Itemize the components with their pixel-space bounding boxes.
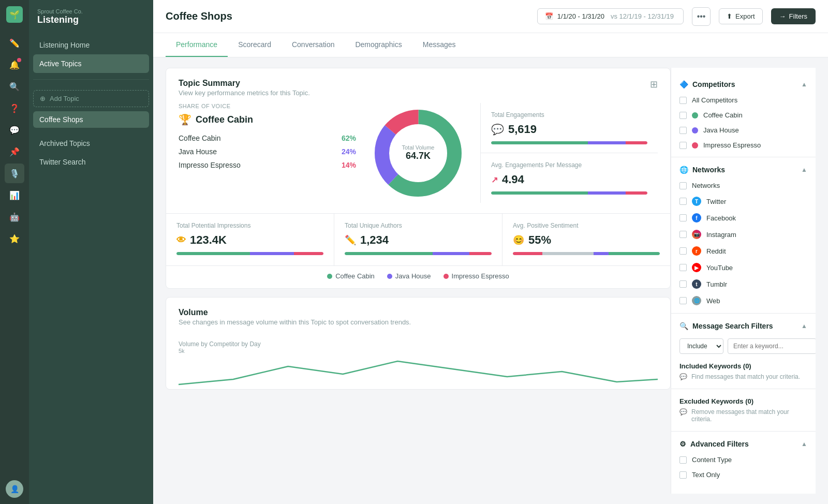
grid-icon[interactable]: ⊞: [650, 79, 658, 90]
sidebar-item-listening-home[interactable]: Listening Home: [33, 36, 149, 54]
network-instagram[interactable]: 📷 Instagram: [671, 226, 816, 243]
nav-icon-notifications[interactable]: 🔔: [5, 55, 24, 75]
sidebar-item-label: Active Topics: [39, 60, 81, 68]
network-checkbox[interactable]: [679, 247, 687, 255]
tab-demographics[interactable]: Demographics: [345, 33, 412, 57]
add-topic-label: Add Topic: [50, 95, 79, 102]
filter-include-select[interactable]: Include Exclude: [679, 338, 723, 354]
progress-fill: [176, 252, 323, 255]
text-only-item[interactable]: Text Only: [671, 467, 816, 482]
advanced-filters-label: Advanced Filters: [690, 440, 749, 448]
competitor-checkbox[interactable]: [679, 127, 687, 134]
export-button[interactable]: ⬆ Export: [719, 8, 763, 24]
content-type-item[interactable]: Content Type: [671, 452, 816, 467]
competitors-title-label: Competitors: [692, 80, 735, 88]
sov-item-0: Coffee Cabin 62%: [179, 134, 356, 142]
content-type-label: Content Type: [692, 456, 732, 464]
excluded-keywords-hint: 💬 Remove messages that match your criter…: [679, 408, 807, 423]
networks-section-header[interactable]: 🌐 Networks ▲: [671, 161, 816, 178]
user-avatar[interactable]: 👤: [6, 480, 23, 498]
competitor-checkbox[interactable]: [679, 142, 687, 149]
network-name: Tumblr: [706, 280, 727, 288]
divider: [671, 431, 816, 432]
advanced-filters-section-header[interactable]: ⚙ Advanced Filters ▲: [671, 436, 816, 452]
progress-fill: [513, 252, 660, 255]
nav-icon-help[interactable]: ❓: [5, 98, 24, 118]
competitors-icon: 🔷: [679, 80, 688, 88]
youtube-icon: ▶: [692, 263, 701, 272]
network-reddit[interactable]: r Reddit: [671, 243, 816, 259]
network-checkbox[interactable]: [679, 280, 687, 288]
filters-button[interactable]: → Filters: [771, 8, 816, 24]
volume-chart-label: Volume by Competitor by Day: [179, 340, 658, 348]
competitor-name: Coffee Cabin: [179, 134, 220, 142]
all-competitors-item[interactable]: All Competitors: [671, 93, 816, 108]
chevron-up-icon: ▲: [801, 166, 807, 173]
nav-icon-automations[interactable]: 🤖: [5, 207, 24, 227]
tab-messages[interactable]: Messages: [412, 33, 466, 57]
arrow-icon: ↗: [491, 175, 498, 185]
nav-icon-tasks[interactable]: 📌: [5, 142, 24, 161]
keyword-input[interactable]: [728, 338, 816, 354]
nav-icon-search[interactable]: 🔍: [5, 77, 24, 96]
sentiment-bar: [513, 252, 660, 255]
network-checkbox[interactable]: [679, 198, 687, 205]
sidebar-item-active-topics[interactable]: Active Topics: [33, 54, 149, 73]
divider: [671, 157, 816, 157]
content-type-checkbox[interactable]: [679, 456, 687, 464]
nav-icon-listening[interactable]: 🎙️: [5, 164, 24, 183]
chart-legend: Coffee Cabin Java House Impresso Espress…: [166, 265, 670, 288]
network-youtube[interactable]: ▶ YouTube: [671, 259, 816, 276]
topic-item-coffee-shops[interactable]: Coffee Shops: [33, 111, 149, 128]
competitor-checkbox[interactable]: [679, 112, 687, 119]
network-checkbox[interactable]: [679, 297, 687, 304]
search-icon: 🔍: [679, 322, 688, 330]
volume-subtitle: See changes in message volume within thi…: [179, 318, 411, 326]
network-facebook[interactable]: f Facebook: [671, 210, 816, 226]
more-options-button[interactable]: •••: [692, 7, 711, 26]
nav-icon-favorites[interactable]: ⭐: [5, 229, 24, 248]
competitor-java-house[interactable]: Java House: [671, 123, 816, 138]
tab-scorecard[interactable]: Scorecard: [228, 33, 282, 57]
company-name: Sprout Coffee Co.: [37, 8, 145, 14]
networks-icon: 🌐: [679, 166, 688, 174]
nav-icon-inbox[interactable]: 💬: [5, 120, 24, 140]
stat-value: 👁 123.4K: [176, 233, 323, 247]
sidebar-link-twitter[interactable]: Twitter Search: [29, 153, 153, 171]
filter-row: Include Exclude: [671, 334, 816, 358]
network-name: Twitter: [706, 198, 726, 205]
text-only-checkbox[interactable]: [679, 471, 687, 479]
tab-performance[interactable]: Performance: [166, 33, 228, 57]
competitor-coffee-cabin[interactable]: Coffee Cabin: [671, 108, 816, 123]
dashboard: Topic Summary View key performance metri…: [166, 68, 671, 494]
stat-label: Avg. Positive Sentiment: [513, 222, 660, 229]
trophy-icon: 🏆: [179, 113, 191, 126]
nav-icon-reports[interactable]: 📊: [5, 185, 24, 205]
network-checkbox[interactable]: [679, 264, 687, 271]
competitor-pct: 14%: [342, 161, 356, 169]
competitors-section-header[interactable]: 🔷 Competitors ▲: [671, 76, 816, 93]
included-keywords-title: Included Keywords (0): [679, 362, 807, 370]
networks-checkbox[interactable]: [679, 182, 687, 189]
competitor-impresso[interactable]: Impresso Espresso: [671, 138, 816, 153]
sov-winner: 🏆 Coffee Cabin: [179, 113, 356, 126]
network-checkbox[interactable]: [679, 231, 687, 238]
network-web[interactable]: 🌐 Web: [671, 292, 816, 309]
message-search-section-header[interactable]: 🔍 Message Search Filters ▲: [671, 318, 816, 334]
tab-conversation[interactable]: Conversation: [282, 33, 345, 57]
all-competitors-checkbox[interactable]: [679, 97, 687, 104]
network-twitter[interactable]: T Twitter: [671, 193, 816, 210]
add-topic-button[interactable]: ⊕ Add Topic: [33, 90, 149, 107]
instagram-icon: 📷: [692, 230, 701, 239]
networks-all-item[interactable]: Networks: [671, 178, 816, 193]
right-panel: 🔷 Competitors ▲ All Competitors Coffee C…: [671, 68, 816, 494]
hint-icon: 💬: [679, 408, 687, 416]
advanced-filters-title: ⚙ Advanced Filters: [679, 440, 749, 448]
stat-value: ↗ 4.94: [491, 173, 647, 186]
sidebar-link-archived[interactable]: Archived Topics: [29, 134, 153, 153]
stat-value: ✏️ 1,234: [345, 233, 492, 247]
network-tumblr[interactable]: t Tumblr: [671, 276, 816, 292]
nav-icon-compose[interactable]: ✏️: [5, 33, 24, 53]
network-checkbox[interactable]: [679, 214, 687, 221]
date-range-button[interactable]: 📅 1/1/20 - 1/31/20 vs 12/1/19 - 12/31/19: [537, 8, 684, 24]
